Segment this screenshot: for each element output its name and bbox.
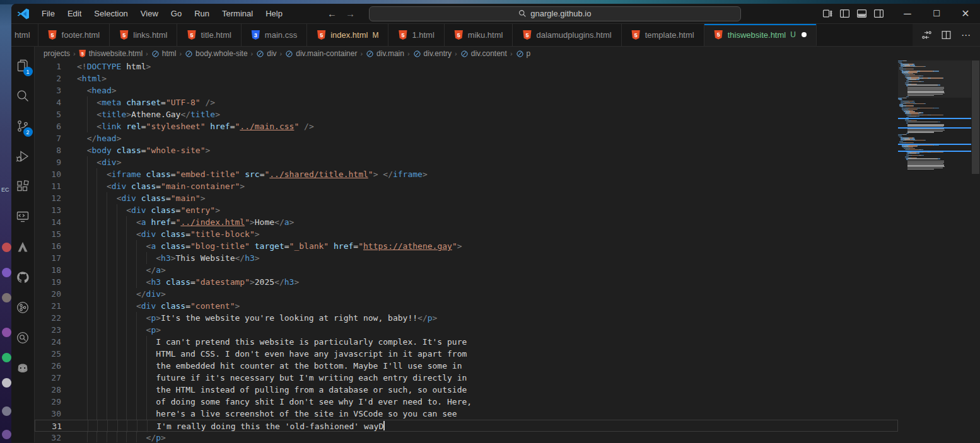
code-line-23[interactable]: 23 <p>: [35, 324, 898, 336]
code-line-29[interactable]: 29 of doing some fancy shit I don't see …: [35, 396, 898, 408]
code-line-31[interactable]: 31 I'm really doing this the 'old-fashio…: [35, 420, 898, 432]
code-line-8[interactable]: 8 <body class="whole-site">: [35, 144, 898, 156]
code-line-19[interactable]: 19 <h3 class="datestamp">2025</h3>: [35, 276, 898, 288]
code-line-4[interactable]: 4 <meta charset="UTF-8" />: [35, 96, 898, 108]
code-line-26[interactable]: 26 the embedded hit counter at the botto…: [35, 360, 898, 372]
toggle-secondary-sidebar-icon[interactable]: [873, 8, 884, 19]
code-line-27[interactable]: 27 future if it's necessary but I'm writ…: [35, 372, 898, 384]
code-text: <div>: [77, 156, 121, 168]
breadcrumb-item-html[interactable]: html: [151, 49, 177, 58]
toggle-primary-sidebar-icon[interactable]: [839, 8, 850, 19]
menu-file[interactable]: File: [36, 6, 61, 21]
menu-go[interactable]: Go: [165, 6, 187, 21]
tab-thiswebsite.html[interactable]: 5thiswebsite.htmlU: [704, 24, 817, 46]
menu-help[interactable]: Help: [260, 6, 288, 21]
breadcrumb-item-p[interactable]: p: [516, 49, 531, 58]
code-line-15[interactable]: 15 <div class="title-block">: [35, 228, 898, 240]
minimize-button[interactable]: ─: [893, 4, 922, 23]
command-center-search[interactable]: gnargle.github.io: [369, 6, 741, 21]
line-number: 20: [35, 288, 61, 300]
code-line-13[interactable]: 13 <div class="entry">: [35, 204, 898, 216]
tab-title.html[interactable]: 5title.html: [177, 24, 241, 46]
menu-selection[interactable]: Selection: [88, 6, 133, 21]
more-actions-icon[interactable]: ⋯: [960, 30, 971, 40]
html-file-icon: 5: [631, 30, 641, 40]
code-line-32[interactable]: 32 </p>: [35, 432, 898, 442]
breadcrumb-item-projects[interactable]: projects: [44, 49, 70, 58]
breadcrumb-item-div[interactable]: div: [256, 49, 276, 58]
tab-main.css[interactable]: 3main.css: [242, 24, 307, 46]
tab-1.html[interactable]: 51.html: [388, 24, 444, 46]
desktop-app-icon: [2, 406, 11, 416]
code-line-30[interactable]: 30 here's a live screenshot of the site …: [35, 408, 898, 420]
code-line-21[interactable]: 21 <div class="content">: [35, 300, 898, 312]
minimap-decoration: [898, 127, 971, 129]
menu-edit[interactable]: Edit: [62, 6, 87, 21]
code-line-1[interactable]: 1<!DOCTYPE html>: [35, 60, 898, 72]
code-line-7[interactable]: 7 </head>: [35, 132, 898, 144]
activity-extensions-icon[interactable]: [11, 171, 35, 202]
code-line-25[interactable]: 25 HTML and CSS. I don't even have any j…: [35, 348, 898, 360]
close-button[interactable]: ✕: [951, 4, 980, 23]
maximize-button[interactable]: ☐: [922, 4, 951, 23]
tab-template.html[interactable]: 5template.html: [622, 24, 704, 46]
breadcrumb-item-div.main[interactable]: div.main: [366, 49, 404, 58]
code-line-9[interactable]: 9 <div>: [35, 156, 898, 168]
activity-run-and-debug-icon[interactable]: [11, 141, 35, 171]
tab-dalamudplugins.html[interactable]: 5dalamudplugins.html: [513, 24, 621, 46]
menu-run[interactable]: Run: [189, 6, 215, 21]
code-editor[interactable]: 1<!DOCTYPE html>2<html>3 <head>4 <meta c…: [35, 60, 980, 442]
code-line-16[interactable]: 16 <a class="blog-title" target="_blank"…: [35, 240, 898, 252]
code-text: <body class="whole-site">: [77, 144, 210, 156]
unsaved-dot-icon[interactable]: [802, 32, 807, 37]
activity-gitlens-icon[interactable]: [11, 292, 35, 323]
code-line-12[interactable]: 12 <div class="main">: [35, 192, 898, 204]
activity-remote-explorer-icon[interactable]: [11, 202, 35, 232]
breadcrumb-separator: ›: [145, 50, 149, 57]
code-line-24[interactable]: 24 I can't pretend this website is parti…: [35, 336, 898, 348]
forward-arrow-icon[interactable]: →: [346, 8, 355, 19]
breadcrumb-item-thiswebsite.html[interactable]: 5thiswebsite.html: [79, 49, 143, 58]
code-line-2[interactable]: 2<html>: [35, 72, 898, 84]
split-editor-icon[interactable]: [941, 30, 952, 40]
tab-html[interactable]: html: [11, 24, 38, 46]
back-arrow-icon[interactable]: ←: [327, 8, 337, 19]
activity-source-control-icon[interactable]: 2: [11, 111, 35, 141]
breadcrumb-item-div.entry[interactable]: div.entry: [413, 49, 452, 58]
activity-azure-icon[interactable]: [11, 232, 35, 262]
code-line-18[interactable]: 18 </a>: [35, 264, 898, 276]
code-line-22[interactable]: 22 <p>It's the website you're looking at…: [35, 312, 898, 324]
code-text: <a href="../index.html">Home</a>: [77, 216, 294, 228]
code-line-11[interactable]: 11 <div class="main-container">: [35, 180, 898, 192]
code-line-17[interactable]: 17 <h3>This Website</h3>: [35, 252, 898, 264]
customize-layout-icon[interactable]: [822, 8, 833, 19]
minimap[interactable]: [898, 60, 971, 442]
activity-godot-tools-icon[interactable]: [11, 353, 35, 383]
menu-view[interactable]: View: [135, 6, 164, 21]
vertical-scrollbar[interactable]: [971, 60, 980, 442]
minimap-viewport[interactable]: [898, 60, 971, 98]
activity-search-icon[interactable]: [11, 81, 35, 111]
code-line-3[interactable]: 3 <head>: [35, 84, 898, 96]
breadcrumb-item-body.whole-site[interactable]: body.whole-site: [185, 49, 248, 58]
code-line-20[interactable]: 20 </div>: [35, 288, 898, 300]
tab-label: html: [15, 30, 30, 40]
tab-miku.html[interactable]: 5miku.html: [445, 24, 513, 46]
menu-terminal[interactable]: Terminal: [216, 6, 259, 21]
code-line-14[interactable]: 14 <a href="../index.html">Home</a>: [35, 216, 898, 228]
tab-footer.html[interactable]: 5footer.html: [38, 24, 110, 46]
activity-explorer-icon[interactable]: 1: [11, 50, 35, 81]
code-line-6[interactable]: 6 <link rel="stylesheet" href="../main.c…: [35, 120, 898, 132]
tab-links.html[interactable]: 5links.html: [110, 24, 177, 46]
scrollbar-slider[interactable]: [972, 60, 979, 174]
breadcrumb-item-div.content[interactable]: div.content: [460, 49, 507, 58]
toggle-panel-icon[interactable]: [856, 8, 867, 19]
code-line-10[interactable]: 10 <iframe class="embed-title" src="../s…: [35, 168, 898, 180]
code-line-28[interactable]: 28 the HTML instead of pulling from a da…: [35, 384, 898, 396]
tab-index.html[interactable]: 5index.htmlM: [307, 24, 388, 46]
activity-gitlens-inspect-icon[interactable]: [11, 323, 35, 353]
activity-github-icon[interactable]: [11, 262, 35, 292]
breadcrumb-item-div.main-container[interactable]: div.main-container: [285, 49, 357, 58]
open-changes-icon[interactable]: [921, 30, 932, 40]
code-line-5[interactable]: 5 <title>Athene.Gay</title>: [35, 108, 898, 120]
